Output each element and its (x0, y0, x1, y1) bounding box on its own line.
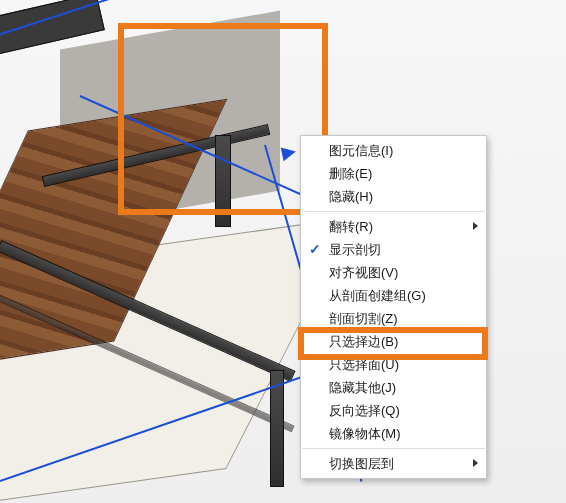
menu-item-label: 隐藏(H) (329, 188, 373, 206)
menu-flip[interactable]: 翻转(R) (301, 215, 486, 238)
submenu-arrow-icon (473, 459, 478, 467)
menu-item-label: 显示剖切 (329, 241, 381, 259)
menu-item-label: 切换图层到 (329, 455, 394, 473)
menu-item-label: 图元信息(I) (329, 142, 393, 160)
submenu-arrow-icon (473, 222, 478, 230)
menu-item-label: 镜像物体(M) (329, 425, 401, 443)
menu-item-label: 隐藏其他(J) (329, 379, 396, 397)
menu-hide-others[interactable]: 隐藏其他(J) (301, 376, 486, 399)
menu-mirror[interactable]: 镜像物体(M) (301, 422, 486, 445)
menu-invert-selection[interactable]: 反向选择(Q) (301, 399, 486, 422)
menu-align-view[interactable]: 对齐视图(V) (301, 261, 486, 284)
menu-group-from-slice[interactable]: 从剖面创建组(G) (301, 284, 486, 307)
menu-item-label: 删除(E) (329, 165, 372, 183)
menu-separator (302, 211, 485, 212)
menu-item-label: 反向选择(Q) (329, 402, 400, 420)
menu-entity-info[interactable]: 图元信息(I) (301, 139, 486, 162)
annotation-highlight-menu (298, 327, 488, 360)
menu-separator (302, 448, 485, 449)
menu-item-label: 剖面切割(Z) (329, 310, 398, 328)
context-menu: 图元信息(I) 删除(E) 隐藏(H) 翻转(R) ✓ 显示剖切 对齐视图(V)… (300, 135, 487, 479)
annotation-highlight-top (118, 23, 328, 215)
menu-switch-layer[interactable]: 切换图层到 (301, 452, 486, 475)
menu-show-section[interactable]: ✓ 显示剖切 (301, 238, 486, 261)
menu-item-label: 对齐视图(V) (329, 264, 398, 282)
app-stage: 图元信息(I) 删除(E) 隐藏(H) 翻转(R) ✓ 显示剖切 对齐视图(V)… (0, 0, 566, 503)
menu-hide[interactable]: 隐藏(H) (301, 185, 486, 208)
menu-delete[interactable]: 删除(E) (301, 162, 486, 185)
menu-item-label: 从剖面创建组(G) (329, 287, 426, 305)
menu-item-label: 翻转(R) (329, 218, 373, 236)
check-icon: ✓ (309, 241, 321, 257)
